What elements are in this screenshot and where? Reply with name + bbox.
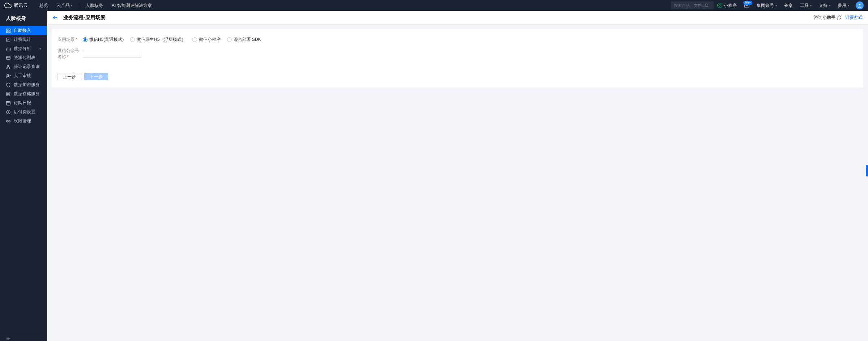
sidebar-footer bbox=[0, 333, 47, 341]
sidebar-item-4[interactable]: 验证记录查询 bbox=[0, 62, 47, 71]
support-dropdown[interactable]: 支持 ▾ bbox=[815, 0, 834, 11]
svg-line-1 bbox=[707, 6, 708, 7]
sidebar-item-label: 自助接入 bbox=[14, 27, 31, 34]
menu-icon bbox=[6, 55, 11, 60]
tools-label: 工具 bbox=[800, 3, 809, 9]
radio-option-3[interactable]: 混合部署 SDK bbox=[227, 37, 261, 43]
sidebar-menu: 自助接入计费统计数据分析▾资源包列表验证记录查询人工审核数据加密服务数据存储服务… bbox=[0, 26, 47, 333]
radio-label: 混合部署 SDK bbox=[234, 37, 261, 43]
svg-point-22 bbox=[7, 92, 10, 93]
sidebar-item-10[interactable]: 权限管理 bbox=[0, 116, 47, 125]
search-input[interactable] bbox=[674, 3, 705, 8]
scene-radio-group: 微信H5(普通模式)微信原生H5（浮层模式）微信小程序混合部署 SDK bbox=[83, 37, 261, 43]
radio-circle-icon bbox=[227, 37, 232, 42]
nav-faceid[interactable]: 人脸核身 bbox=[81, 0, 107, 11]
mini-program-link[interactable]: 小程序 bbox=[714, 0, 740, 11]
sidebar-item-label: 权限管理 bbox=[14, 118, 31, 124]
user-avatar[interactable] bbox=[856, 1, 864, 9]
next-button[interactable]: 下一步 bbox=[84, 73, 108, 80]
search-icon[interactable] bbox=[705, 3, 709, 8]
svg-rect-16 bbox=[7, 56, 10, 59]
radio-circle-icon bbox=[83, 37, 87, 42]
collapse-sidebar-icon[interactable] bbox=[6, 336, 11, 341]
radio-label: 微信小程序 bbox=[199, 37, 221, 43]
nav-divider bbox=[79, 3, 79, 8]
radio-label: 微信原生H5（浮层模式） bbox=[137, 37, 185, 43]
nav-ai-eval[interactable]: AI 智能测评解决方案 bbox=[107, 0, 156, 11]
svg-point-21 bbox=[7, 74, 9, 76]
form-card: 应用场景* 微信H5(普通模式)微信原生H5（浮层模式）微信小程序混合部署 SD… bbox=[52, 29, 863, 88]
radio-option-2[interactable]: 微信小程序 bbox=[192, 37, 221, 43]
radio-circle-icon bbox=[192, 37, 197, 42]
messages-link[interactable]: 99+ bbox=[740, 0, 753, 11]
sidebar-item-8[interactable]: 订阅日报 bbox=[0, 98, 47, 107]
wechat-account-input[interactable] bbox=[83, 50, 141, 58]
fee-dropdown[interactable]: 费用 ▾ bbox=[834, 0, 853, 11]
search-box[interactable] bbox=[671, 1, 714, 9]
scene-label-text: 应用场景 bbox=[57, 37, 75, 42]
sidebar-item-6[interactable]: 数据加密服务 bbox=[0, 80, 47, 89]
menu-icon bbox=[6, 37, 11, 42]
menu-icon bbox=[6, 91, 11, 97]
svg-point-3 bbox=[859, 4, 861, 5]
nav-overview[interactable]: 总览 bbox=[35, 0, 52, 11]
chevron-down-icon: ▾ bbox=[810, 4, 812, 7]
content-header: 业务流程-应用场景 咨询小助手 计费方式 bbox=[47, 11, 868, 25]
sidebar-item-9[interactable]: 后付费设置 bbox=[0, 107, 47, 116]
envelope-icon: 99+ bbox=[744, 3, 749, 8]
sidebar-item-1[interactable]: 计费统计 bbox=[0, 35, 47, 44]
top-header: 腾讯云 总览 云产品 ▾ 人脸核身 AI 智能测评解决方案 小程序 99+ bbox=[0, 0, 868, 11]
back-arrow-icon[interactable] bbox=[52, 15, 58, 21]
chevron-down-icon: ▾ bbox=[71, 4, 72, 7]
button-row: 上一步 下一步 bbox=[57, 69, 858, 80]
radio-option-0[interactable]: 微信H5(普通模式) bbox=[83, 37, 124, 43]
assist-link[interactable]: 咨询小助手 bbox=[814, 14, 842, 21]
sidebar-item-7[interactable]: 数据存储服务 bbox=[0, 89, 47, 98]
sidebar-item-0[interactable]: 自助接入 bbox=[0, 26, 47, 35]
sidebar-title: 人脸核身 bbox=[0, 11, 47, 26]
nav-left: 总览 云产品 ▾ 人脸核身 AI 智能测评解决方案 bbox=[35, 0, 156, 11]
brand-text: 腾讯云 bbox=[14, 2, 28, 9]
support-label: 支持 bbox=[819, 3, 828, 9]
beian-link[interactable]: 备案 bbox=[781, 0, 796, 11]
menu-icon bbox=[6, 101, 11, 106]
brand-logo[interactable]: 腾讯云 bbox=[4, 2, 28, 9]
account-dropdown[interactable]: 集团账号 ▾ bbox=[753, 0, 781, 11]
scene-label: 应用场景* bbox=[57, 37, 83, 43]
sidebar-item-label: 订阅日报 bbox=[14, 100, 31, 106]
radio-label: 微信H5(普通模式) bbox=[89, 37, 124, 43]
sidebar-item-label: 验证记录查询 bbox=[14, 64, 40, 70]
account-label: 微信公众号名称* bbox=[57, 48, 83, 60]
sidebar-item-label: 人工审核 bbox=[14, 73, 31, 79]
mini-program-label: 小程序 bbox=[724, 3, 737, 9]
chevron-down-icon: ▾ bbox=[39, 47, 41, 51]
sidebar: 人脸核身 自助接入计费统计数据分析▾资源包列表验证记录查询人工审核数据加密服务数… bbox=[0, 11, 47, 341]
svg-rect-6 bbox=[7, 31, 8, 33]
menu-icon bbox=[6, 73, 11, 78]
sidebar-item-5[interactable]: 人工审核 bbox=[0, 71, 47, 80]
required-star-icon: * bbox=[76, 37, 77, 42]
billing-link[interactable]: 计费方式 bbox=[845, 14, 863, 21]
sidebar-item-label: 数据加密服务 bbox=[14, 82, 40, 88]
side-feedback-tab[interactable] bbox=[866, 165, 868, 176]
tools-dropdown[interactable]: 工具 ▾ bbox=[796, 0, 815, 11]
sidebar-item-label: 后付费设置 bbox=[14, 109, 35, 115]
content-area: 业务流程-应用场景 咨询小助手 计费方式 应用场景* 微信H5(普通模式)微信原… bbox=[47, 11, 868, 341]
menu-icon bbox=[6, 46, 11, 51]
svg-line-20 bbox=[10, 68, 10, 69]
sidebar-item-3[interactable]: 资源包列表 bbox=[0, 53, 47, 62]
prev-button[interactable]: 上一步 bbox=[57, 73, 81, 80]
sidebar-item-2[interactable]: 数据分析▾ bbox=[0, 44, 47, 53]
menu-icon bbox=[6, 119, 11, 124]
content-body: 应用场景* 微信H5(普通模式)微信原生H5（浮层模式）微信小程序混合部署 SD… bbox=[47, 25, 868, 341]
sidebar-item-label: 资源包列表 bbox=[14, 55, 35, 61]
fee-label: 费用 bbox=[838, 3, 846, 9]
mini-program-icon bbox=[717, 3, 722, 8]
chevron-down-icon: ▾ bbox=[775, 4, 777, 7]
menu-icon bbox=[6, 28, 11, 33]
menu-icon bbox=[6, 110, 11, 115]
radio-option-1[interactable]: 微信原生H5（浮层模式） bbox=[130, 37, 185, 43]
nav-products[interactable]: 云产品 ▾ bbox=[52, 0, 77, 11]
sidebar-item-label: 数据存储服务 bbox=[14, 91, 40, 97]
radio-circle-icon bbox=[130, 37, 135, 42]
